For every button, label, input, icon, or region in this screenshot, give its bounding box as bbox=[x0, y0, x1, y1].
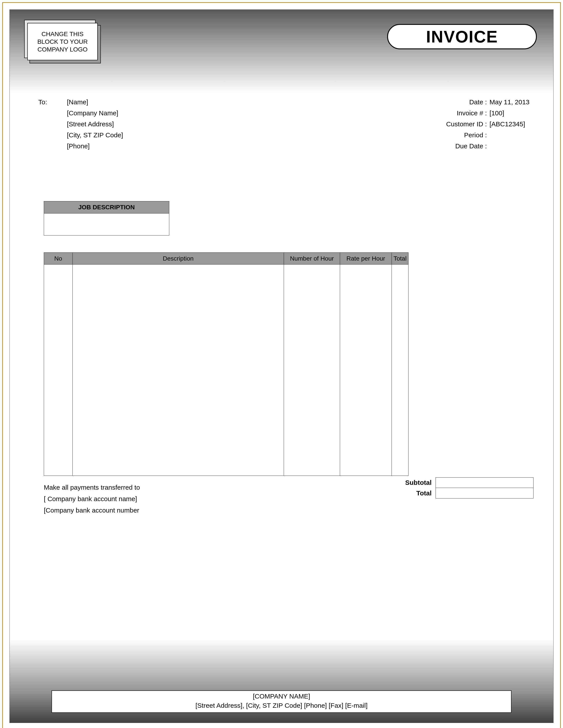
recipient-phone: [Phone] bbox=[67, 141, 123, 152]
cell-hours bbox=[284, 265, 340, 476]
logo-text-line1: CHANGE THIS bbox=[37, 30, 88, 38]
customer-id-value: [ABC12345] bbox=[489, 119, 534, 130]
payment-line1: Make all payments transferred to bbox=[44, 482, 140, 493]
page-frame: CHANGE THIS BLOCK TO YOUR COMPANY LOGO I… bbox=[2, 2, 561, 728]
cell-description bbox=[73, 265, 284, 476]
footer-contact: [Street Address], [City, ST ZIP Code] [P… bbox=[54, 701, 509, 710]
payment-line2: [ Company bank account name] bbox=[44, 493, 140, 505]
payment-instructions: Make all payments transferred to [ Compa… bbox=[44, 482, 140, 516]
col-desc-header: Description bbox=[73, 253, 284, 265]
col-hours-header: Number of Hour bbox=[284, 253, 340, 265]
line-items-table: No Description Number of Hour Rate per H… bbox=[44, 252, 408, 476]
period-label: Period : bbox=[464, 130, 487, 141]
invoice-meta: Date : May 11, 2013 Invoice # : [100] Cu… bbox=[446, 97, 534, 152]
document-body: CHANGE THIS BLOCK TO YOUR COMPANY LOGO I… bbox=[9, 9, 554, 723]
invoice-title: INVOICE bbox=[387, 24, 537, 49]
footer-company: [COMPANY NAME] bbox=[54, 692, 509, 701]
recipient-city-zip: [City, ST ZIP Code] bbox=[67, 130, 123, 141]
total-label: Total bbox=[384, 489, 436, 497]
invoice-no-label: Invoice # : bbox=[457, 108, 487, 119]
cell-no bbox=[44, 265, 73, 476]
invoice-no-value: [100] bbox=[489, 108, 534, 119]
subtotal-label: Subtotal bbox=[384, 479, 436, 486]
due-date-value bbox=[489, 141, 534, 152]
footer-box: [COMPANY NAME] [Street Address], [City, … bbox=[52, 690, 511, 713]
payment-line3: [Company bank account number bbox=[44, 505, 140, 516]
total-value bbox=[436, 488, 534, 498]
job-description-header: JOB DESCRIPTION bbox=[44, 201, 169, 213]
due-date-label: Due Date : bbox=[455, 141, 487, 152]
customer-id-label: Customer ID : bbox=[446, 119, 487, 130]
job-description-box: JOB DESCRIPTION bbox=[44, 201, 169, 235]
table-header-row: No Description Number of Hour Rate per H… bbox=[44, 253, 408, 265]
cell-total bbox=[392, 265, 408, 476]
col-rate-header: Rate per Hour bbox=[340, 253, 392, 265]
date-value: May 11, 2013 bbox=[489, 97, 534, 108]
summary-rows: Subtotal Total bbox=[384, 477, 534, 498]
recipient-company: [Company Name] bbox=[67, 108, 123, 119]
col-total-header: Total bbox=[392, 253, 408, 265]
logo-placeholder: CHANGE THIS BLOCK TO YOUR COMPANY LOGO bbox=[27, 23, 98, 60]
logo-text-line3: COMPANY LOGO bbox=[37, 46, 88, 53]
table-row bbox=[44, 265, 408, 476]
date-label: Date : bbox=[469, 97, 487, 108]
recipient-block: [Name] [Company Name] [Street Address] [… bbox=[67, 97, 123, 152]
period-value bbox=[489, 130, 534, 141]
to-label: To: bbox=[38, 97, 47, 108]
recipient-name: [Name] bbox=[67, 97, 123, 108]
subtotal-value bbox=[436, 477, 534, 488]
cell-rate bbox=[340, 265, 392, 476]
recipient-street: [Street Address] bbox=[67, 119, 123, 130]
job-description-body bbox=[44, 213, 169, 235]
logo-text-line2: BLOCK TO YOUR bbox=[37, 38, 88, 46]
col-no-header: No bbox=[44, 253, 73, 265]
